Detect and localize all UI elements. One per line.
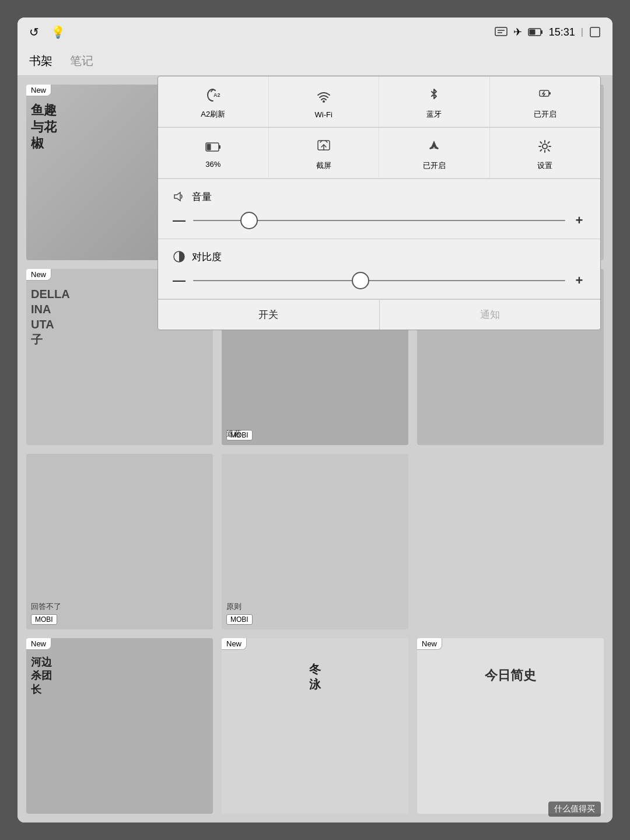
qs-a2refresh[interactable]: A2 A2刷新 — [158, 76, 269, 127]
volume-icon — [172, 190, 186, 204]
tab-notify-label: 通知 — [480, 309, 500, 320]
svg-point-8 — [323, 100, 325, 103]
qs-batsave-label: 已开启 — [534, 109, 556, 120]
volume-header: 音量 — [172, 190, 586, 204]
book-cover-text-10: 河边杀团长 — [31, 656, 208, 696]
battery-icon — [205, 141, 221, 156]
book-badge-1: New — [26, 85, 51, 96]
contrast-thumb[interactable] — [352, 272, 369, 289]
contrast-label: 对比度 — [192, 250, 222, 264]
qs-battery[interactable]: 36% — [158, 128, 269, 178]
svg-rect-4 — [541, 30, 542, 34]
volume-slider-row: — + — [172, 213, 586, 228]
message-icon — [495, 27, 508, 37]
bluetooth-icon — [426, 87, 442, 106]
svg-marker-16 — [174, 192, 180, 201]
qs-a2refresh-label: A2刷新 — [201, 109, 225, 120]
book-item-7[interactable]: MOBI 回答不了 — [26, 454, 213, 629]
book-badge-12: New — [417, 638, 442, 650]
battery-status-icon — [528, 27, 543, 37]
book-item-11[interactable]: New 冬泳 — [222, 638, 408, 814]
wifi-icon — [316, 88, 332, 107]
contrast-slider-row: — + — [172, 273, 586, 288]
volume-label: 音量 — [192, 190, 212, 204]
screenshot-icon — [316, 138, 332, 157]
book-item-9[interactable] — [417, 454, 604, 629]
book-mobi-8: MOBI — [226, 614, 253, 625]
book-cover-text-11: 冬泳 — [226, 662, 404, 692]
svg-rect-13 — [207, 144, 211, 150]
svg-rect-6 — [590, 27, 600, 37]
qs-airplane[interactable]: 已开启 — [379, 128, 490, 178]
contrast-header: 对比度 — [172, 250, 586, 264]
nav-notes[interactable]: 笔记 — [70, 53, 93, 69]
svg-point-15 — [542, 144, 547, 149]
qs-tab-notify[interactable]: 通知 — [380, 300, 601, 330]
qs-airplane-label: 已开启 — [423, 160, 446, 171]
device-frame: ↺ 💡 ✈ 15:31 | 书架 笔记 — [18, 18, 612, 822]
qs-wifi-label: Wi-Fi — [315, 110, 332, 119]
light-icon[interactable]: 💡 — [51, 25, 65, 39]
volume-decrease[interactable]: — — [172, 213, 186, 228]
volume-track[interactable] — [193, 220, 565, 221]
contrast-track[interactable] — [193, 280, 565, 281]
settings-icon — [537, 138, 553, 157]
book-subtitle-5: 遮蔽 — [226, 429, 404, 439]
qs-battery-label: 36% — [205, 160, 220, 169]
status-left: ↺ 💡 — [29, 25, 65, 39]
contrast-section: 对比度 — + — [158, 239, 600, 299]
refresh-icon[interactable]: ↺ — [29, 25, 39, 39]
nav-bookshelf[interactable]: 书架 — [29, 53, 52, 69]
qs-bluetooth-label: 蓝牙 — [426, 109, 442, 120]
status-right: ✈ 15:31 | — [495, 26, 601, 38]
book-title-8: 原则 — [226, 601, 404, 612]
book-mobi-7: MOBI — [31, 614, 57, 625]
svg-rect-10 — [549, 92, 551, 94]
svg-rect-5 — [529, 30, 535, 35]
batsave-icon — [537, 87, 553, 106]
airplane-icon — [426, 138, 442, 157]
qs-wifi[interactable]: Wi-Fi — [269, 76, 380, 127]
window-icon — [589, 26, 601, 38]
svg-text:A2: A2 — [214, 92, 220, 98]
qs-settings-label: 设置 — [537, 160, 552, 171]
book-badge-11: New — [222, 638, 247, 650]
status-bar: ↺ 💡 ✈ 15:31 | — [18, 18, 612, 47]
a2refresh-icon: A2 — [205, 87, 221, 106]
book-item-12[interactable]: New 今日简史 — [417, 638, 604, 814]
contrast-icon — [172, 250, 186, 264]
contrast-increase[interactable]: + — [572, 273, 586, 288]
qs-tab-switch[interactable]: 开关 — [158, 300, 380, 330]
qs-bottom-tabs: 开关 通知 — [158, 299, 600, 330]
divider: | — [581, 27, 583, 37]
svg-rect-0 — [495, 27, 507, 36]
qs-grid-row1: A2 A2刷新 Wi-Fi — [158, 76, 600, 128]
quick-settings-panel: A2 A2刷新 Wi-Fi — [158, 76, 601, 330]
book-badge-10: New — [26, 638, 51, 650]
watermark: 什么值得买 — [548, 802, 601, 817]
qs-screenshot-label: 截屏 — [316, 160, 331, 171]
volume-thumb[interactable] — [240, 212, 258, 229]
volume-section: 音量 — + — [158, 179, 600, 239]
airplane-status-icon: ✈ — [513, 26, 522, 38]
book-item-10[interactable]: New 河边杀团长 — [26, 638, 213, 814]
svg-rect-12 — [219, 145, 220, 149]
tab-switch-label: 开关 — [258, 309, 278, 320]
book-item-8[interactable]: MOBI 原则 — [222, 454, 408, 629]
book-badge-4: New — [26, 269, 51, 281]
nav-bar: 书架 笔记 — [18, 47, 612, 76]
qs-screenshot[interactable]: 截屏 — [269, 128, 380, 178]
qs-grid-row2: 36% 截屏 — [158, 128, 600, 179]
book-title-7: 回答不了 — [31, 601, 208, 612]
contrast-decrease[interactable]: — — [172, 273, 186, 288]
time-display: 15:31 — [549, 26, 575, 38]
qs-batsave[interactable]: 已开启 — [490, 76, 601, 127]
qs-settings[interactable]: 设置 — [490, 128, 601, 178]
qs-bluetooth[interactable]: 蓝牙 — [379, 76, 490, 127]
volume-increase[interactable]: + — [572, 213, 586, 228]
book-cover-text-12: 今日简史 — [422, 667, 599, 684]
